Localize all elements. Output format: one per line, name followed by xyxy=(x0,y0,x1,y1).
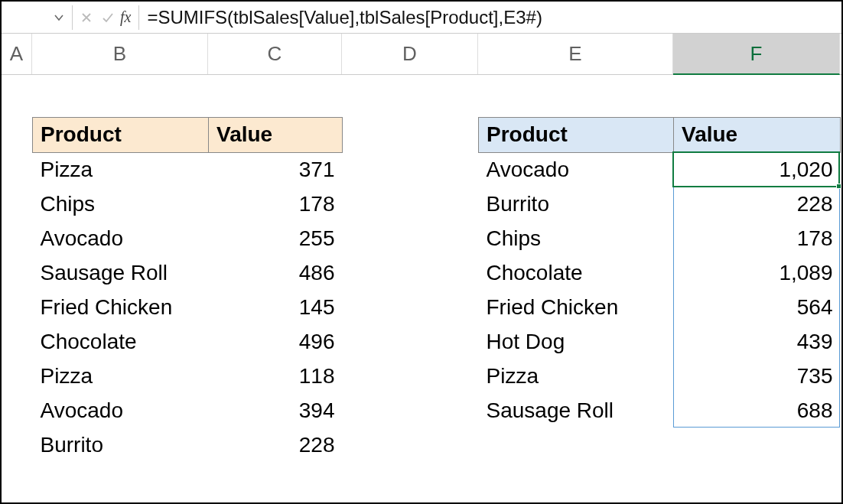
table-row: Chips178 xyxy=(33,187,343,222)
cell[interactable]: Fried Chicken xyxy=(479,291,674,325)
cell[interactable]: Hot Dog xyxy=(479,325,674,359)
cell[interactable]: 228 xyxy=(674,187,841,222)
cell[interactable]: 118 xyxy=(209,359,343,394)
summary-table: Product Value Avocado1,020 Burrito228 Ch… xyxy=(478,117,841,428)
table-row: Chips178 xyxy=(479,222,841,256)
col-header-F[interactable]: F xyxy=(673,34,840,75)
cell[interactable]: 688 xyxy=(674,394,841,428)
cell[interactable]: Burrito xyxy=(33,428,209,463)
cell[interactable]: 255 xyxy=(209,222,343,256)
cell[interactable]: 486 xyxy=(209,256,343,291)
cell[interactable]: 439 xyxy=(674,325,841,359)
table-row: Pizza371 xyxy=(33,153,343,187)
col-header-C[interactable]: C xyxy=(208,34,342,74)
cell[interactable]: Pizza xyxy=(33,153,209,187)
column-headers: A B C D E F xyxy=(2,34,841,75)
table-row: Fried Chicken564 xyxy=(479,291,841,325)
cell[interactable]: 228 xyxy=(209,428,343,463)
table-row: Pizza735 xyxy=(479,359,841,394)
cell[interactable]: 496 xyxy=(209,325,343,359)
cell[interactable]: Avocado xyxy=(33,394,209,428)
cell[interactable]: Chips xyxy=(479,222,674,256)
header-value[interactable]: Value xyxy=(674,118,841,153)
cell[interactable]: 145 xyxy=(209,291,343,325)
cell[interactable]: Burrito xyxy=(479,187,674,222)
chevron-down-icon[interactable] xyxy=(54,12,64,23)
cell[interactable]: 1,089 xyxy=(674,256,841,291)
table-row: Burrito228 xyxy=(33,428,343,463)
cell[interactable]: Fried Chicken xyxy=(33,291,209,325)
cell[interactable]: 178 xyxy=(209,187,343,222)
enter-icon xyxy=(97,5,119,30)
table-row: Chocolate1,089 xyxy=(479,256,841,291)
separator xyxy=(72,5,73,30)
cancel-icon xyxy=(76,5,97,30)
cell[interactable]: Chocolate xyxy=(479,256,674,291)
cell[interactable]: Chocolate xyxy=(33,325,209,359)
header-product[interactable]: Product xyxy=(479,118,674,153)
cell[interactable]: 371 xyxy=(209,153,343,187)
table-row: Burrito228 xyxy=(479,187,841,222)
table-row: Avocado394 xyxy=(33,394,343,428)
cell[interactable]: Avocado xyxy=(479,153,674,187)
table-row: Pizza118 xyxy=(33,359,343,394)
table-row: Chocolate496 xyxy=(33,325,343,359)
col-header-E[interactable]: E xyxy=(478,34,673,74)
sales-table: Product Value Pizza371 Chips178 Avocado2… xyxy=(32,117,343,463)
table-row: Fried Chicken145 xyxy=(33,291,343,325)
header-product[interactable]: Product xyxy=(33,118,209,153)
cell[interactable]: 735 xyxy=(674,359,841,394)
cell[interactable]: Avocado xyxy=(33,222,209,256)
worksheet-grid[interactable]: Product Value Pizza371 Chips178 Avocado2… xyxy=(2,75,841,502)
cell[interactable]: Pizza xyxy=(33,359,209,394)
col-header-B[interactable]: B xyxy=(32,34,208,74)
col-header-A[interactable]: A xyxy=(2,34,32,74)
cell[interactable]: 564 xyxy=(674,291,841,325)
col-header-D[interactable]: D xyxy=(342,34,478,74)
table-row: Hot Dog439 xyxy=(479,325,841,359)
cell[interactable]: Sausage Roll xyxy=(479,394,674,428)
cell[interactable]: Sausage Roll xyxy=(33,256,209,291)
separator xyxy=(138,5,139,30)
table-header-row: Product Value xyxy=(33,118,343,153)
cell[interactable]: Pizza xyxy=(479,359,674,394)
table-row: Avocado255 xyxy=(33,222,343,256)
formula-bar: fx =SUMIFS(tblSales[Value],tblSales[Prod… xyxy=(2,2,841,34)
cell[interactable]: 1,020 xyxy=(674,153,841,187)
cell[interactable]: 178 xyxy=(674,222,841,256)
header-value[interactable]: Value xyxy=(209,118,343,153)
formula-input[interactable]: =SUMIFS(tblSales[Value],tblSales[Product… xyxy=(142,7,838,28)
table-row: Sausage Roll486 xyxy=(33,256,343,291)
table-row: Sausage Roll688 xyxy=(479,394,841,428)
cell[interactable]: 394 xyxy=(209,394,343,428)
table-header-row: Product Value xyxy=(479,118,841,153)
fx-icon[interactable]: fx xyxy=(119,8,135,26)
name-box[interactable] xyxy=(5,12,69,23)
cell[interactable]: Chips xyxy=(33,187,209,222)
table-row: Avocado1,020 xyxy=(479,153,841,187)
